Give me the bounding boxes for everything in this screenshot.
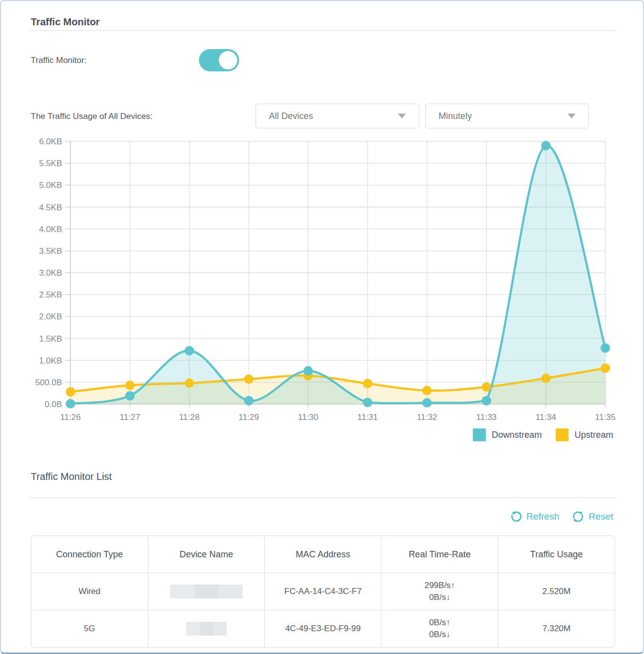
svg-text:11:31: 11:31 xyxy=(357,413,378,422)
traffic-usage-label: The Traffic Usage of All Devices: xyxy=(31,112,152,121)
svg-text:11:32: 11:32 xyxy=(417,413,437,422)
toggle-knob xyxy=(219,51,237,69)
device-name-cell xyxy=(148,573,264,610)
col-header-real-time-rate: Real Time-Rate xyxy=(382,536,498,573)
upstream-legend-swatch xyxy=(556,428,569,441)
svg-text:2.0KB: 2.0KB xyxy=(39,312,62,321)
svg-text:500.0B: 500.0B xyxy=(35,378,62,387)
svg-text:3.5KB: 3.5KB xyxy=(39,246,62,256)
traffic-monitor-table: Connection Type Device Name MAC Address … xyxy=(31,535,615,648)
refresh-icon xyxy=(510,511,522,523)
svg-text:11:35: 11:35 xyxy=(595,413,615,422)
downstream-legend-swatch xyxy=(473,428,486,441)
list-section-title: Traffic Monitor List xyxy=(31,471,112,482)
connection-type-cell: Wired xyxy=(31,573,148,610)
device-name-cell xyxy=(148,610,264,648)
svg-text:5.0KB: 5.0KB xyxy=(39,180,62,190)
traffic-monitor-toggle[interactable] xyxy=(199,49,239,71)
rate-up: 299B/s↑ xyxy=(382,580,498,592)
device-select[interactable]: All Devices xyxy=(256,104,419,128)
mac-address-cell: 4C-49-E3-ED-F9-99 xyxy=(264,610,381,648)
svg-text:4.5KB: 4.5KB xyxy=(39,203,62,212)
reset-icon xyxy=(572,511,584,523)
rate-down: 0B/s↓ xyxy=(382,629,498,641)
table-row: 5G 4C-49-E3-ED-F9-99 0B/s↑ 0B/s↓ 7.320M xyxy=(31,610,615,648)
traffic-usage-cell: 7.320M xyxy=(498,610,615,648)
col-header-device-name: Device Name xyxy=(148,536,264,573)
svg-text:11:26: 11:26 xyxy=(60,413,80,422)
traffic-monitor-page: Traffic Monitor Traffic Monitor: The Tra… xyxy=(0,0,644,654)
reset-label: Reset xyxy=(588,511,613,522)
upstream-legend-label: Upstream xyxy=(575,430,613,440)
col-header-traffic-usage: Traffic Usage xyxy=(498,536,615,573)
svg-text:11:34: 11:34 xyxy=(536,413,556,422)
rate-down: 0B/s↓ xyxy=(382,592,498,603)
traffic-chart: 0.0B500.0B1.0KB1.5KB2.0KB2.5KB3.0KB3.5KB… xyxy=(31,134,615,431)
redacted-device-name xyxy=(186,622,227,636)
downstream-legend-label: Downstream xyxy=(492,430,542,440)
svg-text:11:28: 11:28 xyxy=(179,413,199,422)
rate-up: 0B/s↑ xyxy=(382,617,498,629)
col-header-mac-address: MAC Address xyxy=(264,536,381,573)
svg-text:1.0KB: 1.0KB xyxy=(39,356,62,365)
real-time-rate-cell: 299B/s↑ 0B/s↓ xyxy=(382,573,498,610)
table-header-row: Connection Type Device Name MAC Address … xyxy=(31,536,615,573)
chevron-down-icon xyxy=(568,114,576,119)
interval-select-value: Minutely xyxy=(439,111,568,121)
refresh-button[interactable]: Refresh xyxy=(510,511,560,523)
svg-text:1.5KB: 1.5KB xyxy=(39,334,62,344)
svg-text:3.0KB: 3.0KB xyxy=(39,268,62,278)
interval-select[interactable]: Minutely xyxy=(425,104,589,128)
refresh-label: Refresh xyxy=(526,511,560,522)
svg-text:11:29: 11:29 xyxy=(239,413,259,422)
svg-text:11:33: 11:33 xyxy=(476,413,497,422)
chevron-down-icon xyxy=(398,114,406,119)
svg-text:11:27: 11:27 xyxy=(120,413,140,422)
traffic-monitor-toggle-label: Traffic Monitor: xyxy=(31,56,86,65)
mac-address-cell: FC-AA-14-C4-3C-F7 xyxy=(264,573,381,610)
section-divider xyxy=(29,497,617,498)
svg-text:4.0KB: 4.0KB xyxy=(39,225,62,234)
svg-text:6.0KB: 6.0KB xyxy=(39,137,62,146)
reset-button[interactable]: Reset xyxy=(572,511,613,523)
legend-item-upstream: Upstream xyxy=(556,428,613,441)
section-divider xyxy=(29,30,617,31)
col-header-connection-type: Connection Type xyxy=(31,536,148,573)
svg-text:5.5KB: 5.5KB xyxy=(39,159,62,168)
list-actions: Refresh Reset xyxy=(510,511,613,523)
real-time-rate-cell: 0B/s↑ 0B/s↓ xyxy=(382,610,498,648)
chart-legend: Downstream Upstream xyxy=(465,428,613,441)
connection-type-cell: 5G xyxy=(31,610,148,648)
table-row: Wired FC-AA-14-C4-3C-F7 299B/s↑ 0B/s↓ 2.… xyxy=(31,573,615,610)
redacted-device-name xyxy=(170,585,243,598)
device-select-value: All Devices xyxy=(269,111,398,121)
svg-text:2.5KB: 2.5KB xyxy=(39,290,62,299)
traffic-usage-cell: 2.520M xyxy=(498,573,615,610)
legend-item-downstream: Downstream xyxy=(473,428,542,441)
page-title: Traffic Monitor xyxy=(31,16,100,28)
svg-text:11:30: 11:30 xyxy=(298,413,318,422)
svg-text:0.0B: 0.0B xyxy=(45,400,62,409)
